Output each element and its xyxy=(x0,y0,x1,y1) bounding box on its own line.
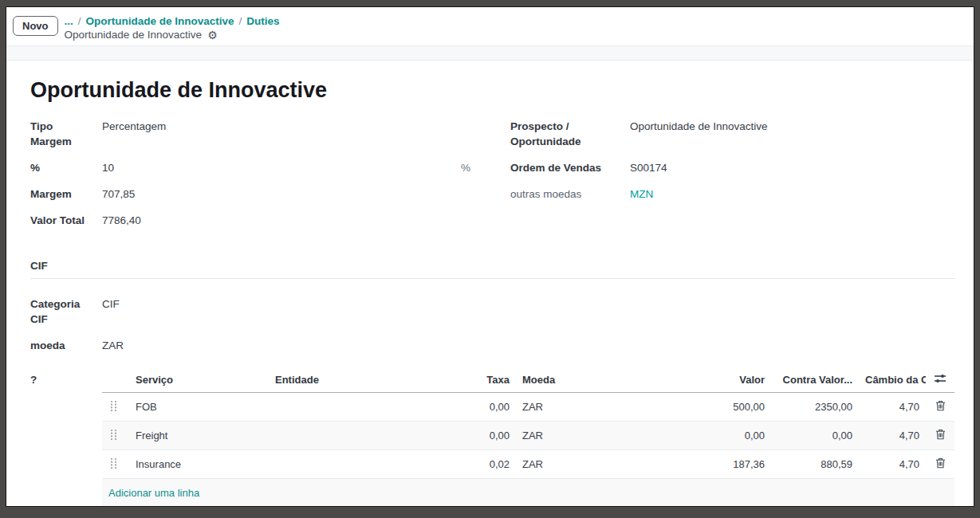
control-panel: Novo ... / Oportunidade de Innovactive /… xyxy=(6,7,974,45)
field-value[interactable]: 10 xyxy=(102,160,114,175)
cell-servico[interactable]: Freight xyxy=(129,422,269,450)
field-label: Valor Total xyxy=(30,213,102,228)
cell-taxa[interactable]: 0,00 xyxy=(452,393,516,422)
field-label: Ordem de Vendas xyxy=(510,160,630,175)
cell-taxa[interactable]: 0,02 xyxy=(452,450,516,479)
cell-cambio[interactable]: 4,70 xyxy=(859,393,926,422)
percent-suffix: % xyxy=(461,160,475,175)
services-table: Serviço Entidade Taxa Moeda Valor Contra… xyxy=(102,367,954,506)
field-label: Margem xyxy=(30,186,102,202)
cell-servico[interactable]: Insurance xyxy=(129,450,269,479)
new-button[interactable]: Novo xyxy=(13,16,58,36)
optional-columns-icon[interactable] xyxy=(934,373,947,387)
cif-section: Categoria CIF CIF moeda ZAR ? xyxy=(26,296,954,506)
active-record-name: Oportunidade de Innovactive xyxy=(65,29,203,41)
column-header-contra-valor[interactable]: Contra Valor... xyxy=(771,367,859,393)
column-header-moeda[interactable]: Moeda xyxy=(516,367,651,393)
cell-moeda[interactable]: ZAR xyxy=(516,450,651,479)
cell-entidade[interactable] xyxy=(269,450,452,479)
field-value[interactable]: S00174 xyxy=(630,160,954,175)
lines-field-label: ? xyxy=(30,367,102,506)
cell-servico[interactable]: FOB xyxy=(129,393,269,422)
cell-contra-valor[interactable]: 0,00 xyxy=(771,422,859,450)
table-row[interactable]: Insurance 0,02 ZAR 187,36 880,59 4,70 xyxy=(102,450,954,479)
cell-cambio[interactable]: 4,70 xyxy=(859,422,926,450)
gear-icon[interactable]: ⚙ xyxy=(207,29,218,41)
cell-cambio[interactable]: 4,70 xyxy=(859,450,926,479)
cell-moeda[interactable]: ZAR xyxy=(516,393,651,422)
field-value[interactable]: CIF xyxy=(102,296,475,327)
cell-valor[interactable]: 187,36 xyxy=(651,450,771,479)
field-value[interactable]: Oportunidade de Innovactive xyxy=(630,119,954,149)
delete-row-icon[interactable] xyxy=(935,400,946,414)
cell-moeda[interactable]: ZAR xyxy=(516,422,651,450)
field-value[interactable]: Percentagem xyxy=(102,119,475,149)
field-margem: Margem 707,85 xyxy=(30,186,475,202)
field-label: outras moedas xyxy=(510,186,630,202)
column-header-valor[interactable]: Valor xyxy=(651,367,771,393)
left-column: Tipo Margem Percentagem % 10 % Margem 70… xyxy=(30,119,475,239)
field-label: Prospecto / Oportunidade xyxy=(510,119,630,149)
cell-entidade[interactable] xyxy=(269,393,452,422)
screenshot-frame: Novo ... / Oportunidade de Innovactive /… xyxy=(0,0,980,518)
breadcrumb-ellipsis[interactable]: ... xyxy=(65,15,73,27)
field-tipo-margem: Tipo Margem Percentagem xyxy=(30,119,475,149)
field-label: % xyxy=(30,160,102,175)
table-row[interactable]: FOB 0,00 ZAR 500,00 2350,00 4,70 xyxy=(102,393,954,422)
panel-divider-band xyxy=(6,45,974,61)
drag-handle-icon[interactable] xyxy=(110,457,117,472)
section-title-cif: CIF xyxy=(30,260,954,279)
field-label: Categoria CIF xyxy=(30,296,102,327)
table-header-row: Serviço Entidade Taxa Moeda Valor Contra… xyxy=(102,367,954,393)
breadcrumb: ... / Oportunidade de Innovactive / Duti… xyxy=(65,15,280,41)
field-grid: Tipo Margem Percentagem % 10 % Margem 70… xyxy=(30,119,954,239)
cell-contra-valor[interactable]: 880,59 xyxy=(771,450,859,479)
field-categoria-cif: Categoria CIF CIF xyxy=(30,296,475,327)
field-value[interactable]: 7786,40 xyxy=(102,213,475,228)
field-outras-moedas: outras moedas MZN xyxy=(510,186,954,202)
field-label: Tipo Margem xyxy=(30,119,102,149)
lines-block: ? Serviço Entidade Taxa xyxy=(30,367,954,506)
drag-column-header xyxy=(102,367,129,393)
field-prospecto: Prospecto / Oportunidade Oportunidade de… xyxy=(510,119,954,149)
cell-valor[interactable]: 0,00 xyxy=(651,422,771,450)
delete-row-icon[interactable] xyxy=(935,429,946,442)
column-header-taxa[interactable]: Taxa xyxy=(452,367,516,393)
delete-row-icon[interactable] xyxy=(935,457,946,471)
cell-contra-valor[interactable]: 2350,00 xyxy=(771,393,859,422)
add-line-row: Adicionar uma linha xyxy=(102,479,954,506)
drag-handle-icon[interactable] xyxy=(110,400,117,414)
column-header-cambio[interactable]: Câmbio da C... xyxy=(859,367,926,393)
currency-link[interactable]: MZN xyxy=(630,186,954,202)
cell-valor[interactable]: 500,00 xyxy=(651,393,771,422)
cell-entidade[interactable] xyxy=(269,422,452,450)
field-value[interactable]: ZAR xyxy=(102,338,475,353)
app-window: Novo ... / Oportunidade de Innovactive /… xyxy=(6,6,974,507)
add-line-link[interactable]: Adicionar uma linha xyxy=(108,487,199,499)
breadcrumb-item-opportunity[interactable]: Oportunidade de Innovactive xyxy=(86,15,234,27)
field-label: moeda xyxy=(30,338,102,353)
column-header-servico[interactable]: Serviço xyxy=(129,367,269,393)
field-moeda: moeda ZAR xyxy=(30,338,475,353)
field-valor-total: Valor Total 7786,40 xyxy=(30,213,475,228)
optional-columns-header xyxy=(926,367,954,393)
cell-taxa[interactable]: 0,00 xyxy=(452,422,516,450)
field-ordem-vendas: Ordem de Vendas S00174 xyxy=(510,160,954,175)
table-row[interactable]: Freight 0,00 ZAR 0,00 0,00 4,70 xyxy=(102,422,954,450)
breadcrumb-separator: / xyxy=(239,15,242,27)
field-value[interactable]: 707,85 xyxy=(102,186,475,202)
form-sheet: Oportunidade de Innovactive Tipo Margem … xyxy=(6,61,974,506)
right-column: Prospecto / Oportunidade Oportunidade de… xyxy=(510,119,954,239)
page-title: Oportunidade de Innovactive xyxy=(30,78,954,103)
breadcrumb-item-duties[interactable]: Duties xyxy=(246,15,279,27)
field-percent: % 10 % xyxy=(30,160,475,175)
column-header-entidade[interactable]: Entidade xyxy=(269,367,452,393)
breadcrumb-separator: / xyxy=(78,15,81,27)
drag-handle-icon[interactable] xyxy=(110,429,117,443)
